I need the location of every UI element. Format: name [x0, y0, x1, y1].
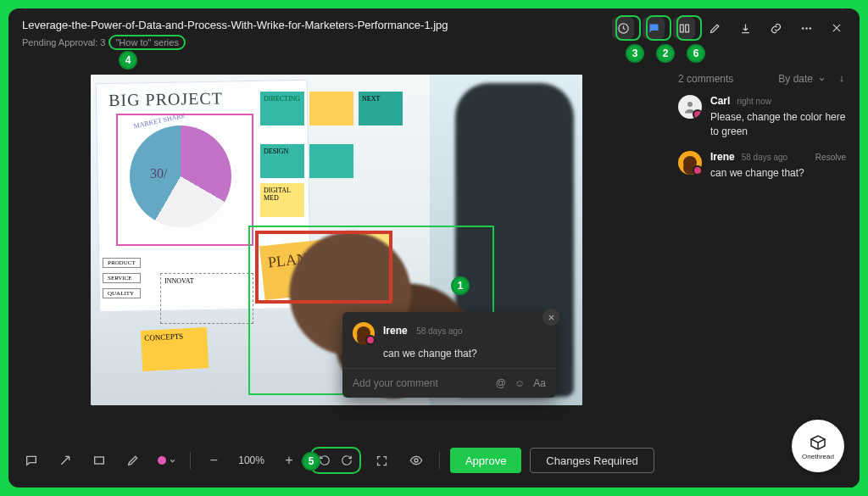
separator: [439, 452, 440, 469]
comment-time: 58 days ago: [742, 153, 788, 162]
zoom-in[interactable]: +: [276, 448, 302, 473]
comment-tool[interactable]: [19, 448, 44, 473]
popup-author: Irene: [383, 325, 408, 337]
sticky: NEXT: [359, 92, 403, 125]
comment-text: can we change that?: [710, 166, 846, 181]
sticky: [309, 92, 353, 125]
comment-item[interactable]: Irene 58 days ago Resolve can we change …: [678, 151, 846, 181]
svg-rect-7: [95, 457, 104, 464]
expand-icon: [376, 454, 388, 467]
more-icon: [800, 22, 813, 35]
red-selection[interactable]: [255, 231, 392, 304]
link-button[interactable]: [765, 17, 787, 39]
callout-2: 2: [656, 44, 675, 63]
avatar: [353, 322, 375, 344]
sort-label: By date: [778, 73, 813, 85]
onethread-logo-icon: [808, 432, 828, 453]
rotate-cw[interactable]: [337, 451, 356, 470]
approve-button[interactable]: Approve: [450, 448, 521, 473]
close-button[interactable]: [826, 17, 848, 39]
chevron-down-icon: [169, 457, 176, 465]
chip: PRODUCT: [103, 258, 141, 268]
arrow-icon: [58, 454, 72, 467]
sticky: DIGITAL MED: [260, 183, 304, 217]
app-frame: Leverage-the-Power-of-Data-and-Process-W…: [8, 8, 860, 488]
arrow-tool[interactable]: [53, 448, 78, 473]
callout-4: 4: [119, 51, 137, 70]
changes-required-button[interactable]: Changes Required: [530, 448, 654, 473]
text-format-icon[interactable]: Aa: [533, 377, 546, 389]
chevron-down-icon: [818, 75, 826, 83]
close-icon: [548, 314, 555, 321]
sticky: DESIGN: [260, 144, 304, 178]
innovation-box: INNOVAT: [160, 273, 253, 324]
color-picker[interactable]: [154, 448, 180, 473]
rotate-ccw-icon: [319, 454, 331, 466]
more-button[interactable]: [795, 17, 817, 39]
header-actions: [612, 17, 848, 39]
pencil-icon: [126, 454, 140, 467]
compare-button[interactable]: [673, 17, 695, 39]
close-icon: [831, 22, 843, 34]
history-button[interactable]: [612, 17, 634, 39]
link-icon: [770, 22, 782, 35]
eye-icon: [409, 454, 423, 467]
separator: [190, 452, 191, 469]
sticky: [309, 144, 353, 178]
onethread-badge: Onethread: [792, 420, 844, 472]
chip-column: PRODUCT SERVICE QUALITY: [103, 258, 141, 298]
svg-point-8: [415, 459, 418, 462]
download-button[interactable]: [734, 17, 756, 39]
callout-6: 6: [687, 44, 705, 63]
comment-author: Carl: [710, 95, 730, 107]
rotate-cw-icon: [341, 454, 353, 466]
sort-direction-icon: [837, 74, 846, 84]
callout-1: 1: [451, 276, 470, 295]
download-icon: [739, 22, 752, 35]
onethread-label: Onethread: [802, 453, 834, 460]
sticky: DIRECTING: [260, 92, 304, 125]
mention-icon[interactable]: @: [496, 377, 506, 389]
pending-approval-label: Pending Approval: 3: [22, 37, 105, 47]
resolve-button[interactable]: Resolve: [815, 153, 846, 162]
visibility-tool[interactable]: [403, 448, 429, 473]
avatar: [678, 151, 702, 175]
canvas-area[interactable]: BIG PROJECT MARKET SHARE 30/ DIRECTING N…: [8, 58, 665, 437]
rectangle-icon: [92, 454, 106, 467]
sort-dropdown[interactable]: By date: [778, 73, 846, 85]
popup-text: can we change that?: [342, 348, 556, 368]
callout-5: 5: [302, 452, 320, 471]
comment-icon: [648, 22, 660, 35]
svg-point-3: [801, 27, 804, 30]
emoji-icon[interactable]: ☺: [515, 377, 525, 389]
annotation-popup: Irene 58 days ago can we change that? Ad…: [342, 312, 556, 398]
pie-label: 30/: [150, 166, 167, 181]
svg-point-6: [687, 102, 693, 107]
svg-point-5: [809, 27, 811, 30]
comments-button[interactable]: [643, 17, 665, 39]
header: Leverage-the-Power-of-Data-and-Process-W…: [8, 8, 860, 58]
callout-3: 3: [626, 44, 644, 63]
chip: SERVICE: [103, 273, 141, 283]
pencil-icon: [709, 22, 721, 35]
comment-item[interactable]: Carl right now Please, change the color …: [678, 95, 846, 139]
popup-input-row: Add your comment @ ☺ Aa: [342, 368, 556, 398]
bottom-toolbar: − 100% + Approve Changes Required: [8, 443, 665, 477]
fit-tool[interactable]: [370, 448, 395, 473]
comment-box-icon: [25, 454, 38, 467]
comment-text: Please, change the color here to green: [710, 110, 846, 139]
svg-point-4: [805, 27, 808, 30]
avatar: [678, 95, 702, 119]
series-chip[interactable]: "How to" series: [108, 35, 185, 50]
zoom-level[interactable]: 100%: [238, 454, 264, 466]
draw-tool[interactable]: [120, 448, 146, 473]
svg-rect-2: [685, 25, 688, 32]
color-swatch-icon: [158, 456, 166, 465]
edit-button[interactable]: [704, 17, 726, 39]
zoom-out[interactable]: −: [201, 448, 226, 473]
comment-input[interactable]: Add your comment: [353, 377, 438, 389]
rectangle-tool[interactable]: [86, 448, 112, 473]
compare-icon: [678, 22, 691, 35]
comment-count: 2 comments: [678, 73, 733, 85]
popup-close-button[interactable]: [542, 309, 559, 326]
